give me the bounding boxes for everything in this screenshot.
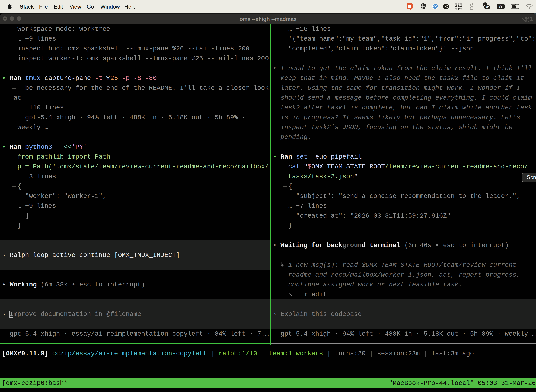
svg-text:..61: ..61 xyxy=(484,6,490,9)
